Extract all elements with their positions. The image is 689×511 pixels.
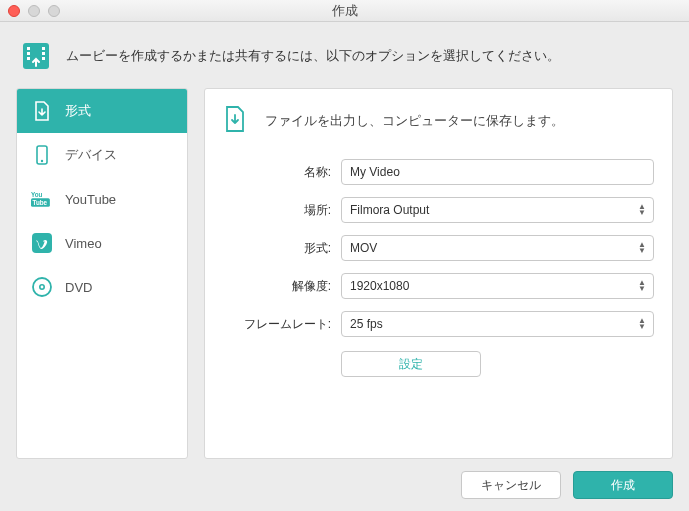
cancel-button-label: キャンセル	[481, 477, 541, 494]
sidebar-item-label: Vimeo	[65, 236, 102, 251]
panel-head: ファイルを出力し、コンピューターに保存します。	[223, 105, 654, 137]
sidebar-item-label: YouTube	[65, 192, 116, 207]
vimeo-icon	[31, 232, 53, 254]
settings-button[interactable]: 設定	[341, 351, 481, 377]
format-label: 形式:	[223, 240, 341, 257]
svg-rect-12	[32, 233, 52, 253]
framerate-select[interactable]: 25 fps ▲▼	[341, 311, 654, 337]
svg-rect-1	[27, 47, 30, 50]
svg-rect-2	[27, 52, 30, 55]
window-body: ムービーを作成するかまたは共有するには、以下のオプションを選択してください。 形…	[0, 22, 689, 511]
svg-point-13	[33, 278, 51, 296]
svg-text:Tube: Tube	[33, 199, 48, 206]
file-save-icon	[223, 105, 251, 137]
svg-rect-3	[27, 57, 30, 60]
content: 形式 デバイス You Tube YouTube	[16, 88, 673, 459]
cancel-button[interactable]: キャンセル	[461, 471, 561, 499]
format-select[interactable]: MOV ▲▼	[341, 235, 654, 261]
framerate-label: フレームレート:	[223, 316, 341, 333]
svg-rect-6	[42, 57, 45, 60]
svg-rect-5	[42, 52, 45, 55]
device-icon	[31, 144, 53, 166]
framerate-value: 25 fps	[350, 317, 383, 331]
create-button-label: 作成	[611, 477, 635, 494]
updown-icon: ▲▼	[637, 317, 647, 331]
window-title: 作成	[0, 2, 689, 20]
name-input[interactable]	[341, 159, 654, 185]
youtube-icon: You Tube	[31, 188, 53, 210]
settings-button-label: 設定	[399, 356, 423, 373]
resolution-label: 解像度:	[223, 278, 341, 295]
updown-icon: ▲▼	[637, 279, 647, 293]
svg-text:You: You	[31, 191, 43, 198]
location-value: Filmora Output	[350, 203, 429, 217]
panel-head-text: ファイルを出力し、コンピューターに保存します。	[265, 112, 564, 130]
resolution-select[interactable]: 1920x1080 ▲▼	[341, 273, 654, 299]
main-panel: ファイルを出力し、コンピューターに保存します。 名称: 場所: Filmora …	[204, 88, 673, 459]
sidebar-item-format[interactable]: 形式	[17, 89, 187, 133]
disc-icon	[31, 276, 53, 298]
updown-icon: ▲▼	[637, 203, 647, 217]
sidebar-item-youtube[interactable]: You Tube YouTube	[17, 177, 187, 221]
updown-icon: ▲▼	[637, 241, 647, 255]
svg-point-8	[41, 160, 43, 162]
header: ムービーを作成するかまたは共有するには、以下のオプションを選択してください。	[16, 36, 673, 88]
sidebar-item-label: DVD	[65, 280, 92, 295]
movie-export-icon	[20, 40, 52, 72]
resolution-value: 1920x1080	[350, 279, 409, 293]
header-text: ムービーを作成するかまたは共有するには、以下のオプションを選択してください。	[66, 47, 560, 65]
sidebar-item-dvd[interactable]: DVD	[17, 265, 187, 309]
footer: キャンセル 作成	[16, 459, 673, 499]
name-label: 名称:	[223, 164, 341, 181]
create-button[interactable]: 作成	[573, 471, 673, 499]
form: 名称: 場所: Filmora Output ▲▼ 形式:	[223, 159, 654, 377]
format-value: MOV	[350, 241, 377, 255]
sidebar-item-label: 形式	[65, 102, 91, 120]
file-export-icon	[31, 100, 53, 122]
sidebar-item-label: デバイス	[65, 146, 117, 164]
sidebar-item-device[interactable]: デバイス	[17, 133, 187, 177]
sidebar: 形式 デバイス You Tube YouTube	[16, 88, 188, 459]
sidebar-item-vimeo[interactable]: Vimeo	[17, 221, 187, 265]
location-label: 場所:	[223, 202, 341, 219]
svg-rect-4	[42, 47, 45, 50]
titlebar: 作成	[0, 0, 689, 22]
svg-point-14	[40, 285, 44, 289]
location-select[interactable]: Filmora Output ▲▼	[341, 197, 654, 223]
